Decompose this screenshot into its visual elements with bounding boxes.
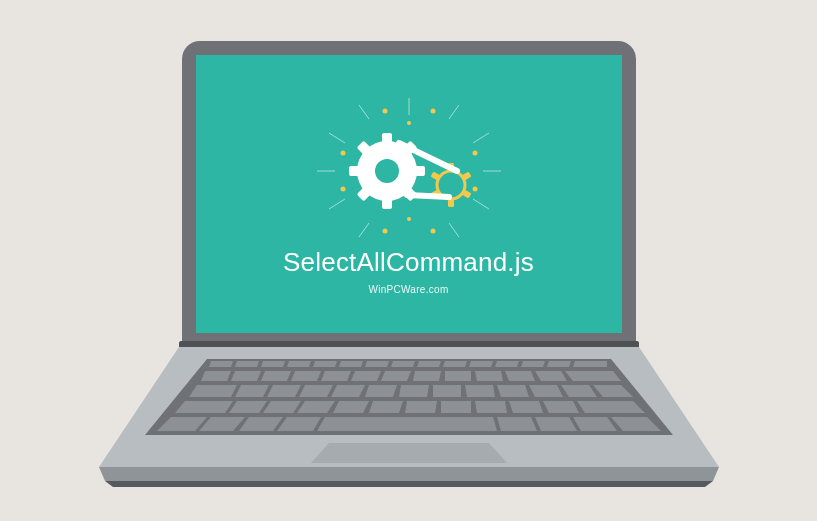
svg-marker-67	[413, 371, 441, 381]
svg-marker-72	[565, 371, 621, 381]
svg-marker-48	[287, 361, 311, 367]
svg-marker-96	[543, 401, 579, 413]
svg-marker-70	[505, 371, 535, 381]
svg-line-3	[329, 133, 345, 143]
svg-line-9	[359, 223, 369, 237]
svg-marker-66	[381, 371, 411, 381]
svg-point-17	[382, 228, 387, 233]
svg-marker-63	[291, 371, 321, 381]
svg-marker-73	[189, 385, 237, 397]
svg-point-30	[375, 159, 399, 183]
svg-marker-93	[441, 401, 471, 413]
svg-marker-61	[231, 371, 261, 381]
svg-marker-60	[201, 371, 231, 381]
svg-marker-62	[261, 371, 291, 381]
svg-marker-54	[443, 361, 467, 367]
laptop-screen: SelectAllCommand.js WinPCWare.com	[196, 55, 622, 333]
svg-point-19	[407, 121, 411, 125]
svg-marker-74	[235, 385, 269, 397]
svg-marker-86	[175, 401, 233, 413]
svg-point-38	[446, 180, 456, 190]
svg-line-40	[407, 195, 449, 197]
svg-marker-79	[399, 385, 429, 397]
svg-marker-51	[365, 361, 389, 367]
trackpad-icon	[311, 443, 507, 463]
gears-with-belt-icon	[299, 93, 519, 243]
svg-point-11	[382, 108, 387, 113]
svg-marker-45	[209, 361, 233, 367]
filename-text: SelectAllCommand.js	[283, 247, 534, 278]
svg-marker-76	[299, 385, 333, 397]
svg-marker-52	[391, 361, 415, 367]
svg-marker-95	[509, 401, 543, 413]
svg-point-18	[430, 228, 435, 233]
laptop-illustration: SelectAllCommand.js WinPCWare.com	[99, 41, 719, 481]
svg-marker-43	[105, 481, 713, 487]
svg-marker-56	[495, 361, 519, 367]
site-watermark: WinPCWare.com	[368, 284, 448, 295]
svg-marker-59	[573, 361, 607, 367]
laptop-base	[99, 347, 719, 497]
svg-rect-33	[448, 199, 454, 207]
svg-line-7	[329, 199, 345, 209]
svg-line-4	[473, 133, 489, 143]
svg-marker-55	[469, 361, 493, 367]
svg-marker-103	[497, 417, 537, 431]
svg-point-15	[340, 186, 345, 191]
svg-marker-50	[339, 361, 363, 367]
svg-point-16	[472, 186, 477, 191]
svg-marker-92	[405, 401, 437, 413]
svg-marker-77	[331, 385, 365, 397]
svg-marker-94	[475, 401, 507, 413]
svg-line-10	[449, 223, 459, 237]
svg-marker-82	[497, 385, 529, 397]
svg-marker-81	[465, 385, 495, 397]
svg-marker-91	[369, 401, 403, 413]
svg-point-20	[407, 217, 411, 221]
svg-marker-58	[547, 361, 571, 367]
laptop-lid: SelectAllCommand.js WinPCWare.com	[182, 41, 636, 347]
svg-line-1	[359, 105, 369, 119]
svg-marker-64	[321, 371, 351, 381]
svg-marker-80	[433, 385, 461, 397]
svg-marker-46	[235, 361, 259, 367]
svg-line-2	[449, 105, 459, 119]
svg-marker-68	[445, 371, 471, 381]
svg-marker-78	[365, 385, 397, 397]
svg-marker-47	[261, 361, 285, 367]
svg-marker-102	[317, 417, 497, 431]
svg-point-14	[472, 150, 477, 155]
svg-marker-97	[577, 401, 645, 413]
svg-marker-69	[475, 371, 503, 381]
svg-marker-57	[521, 361, 545, 367]
svg-point-13	[340, 150, 345, 155]
svg-marker-53	[417, 361, 441, 367]
svg-marker-49	[313, 361, 337, 367]
svg-marker-42	[99, 467, 719, 481]
svg-marker-90	[333, 401, 369, 413]
svg-line-8	[473, 199, 489, 209]
svg-point-12	[430, 108, 435, 113]
svg-marker-75	[267, 385, 301, 397]
svg-marker-65	[351, 371, 381, 381]
